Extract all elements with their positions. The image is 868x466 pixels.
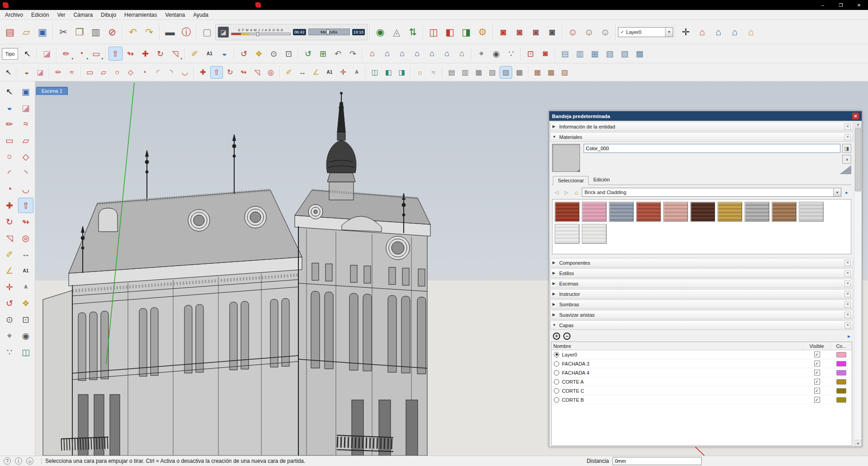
layer-active-radio[interactable] [554, 370, 559, 376]
zoom-window-tool-icon[interactable]: ⊡ [18, 312, 33, 327]
line-icon[interactable]: ✏ [52, 66, 65, 79]
materials-card-icon[interactable]: ▢ [199, 24, 215, 40]
material-swatch-shingle-gray[interactable] [745, 202, 769, 222]
component-attributes-icon[interactable]: ☺ [598, 24, 613, 40]
column-visible[interactable]: Visible [803, 342, 831, 350]
forward-icon[interactable]: ▷ [562, 188, 571, 196]
arc-icon[interactable]: ◜ [151, 66, 164, 79]
follow-me-icon[interactable]: ↬ [237, 66, 250, 79]
photo-textures-icon[interactable]: ⇅ [405, 24, 420, 40]
layer-color-swatch[interactable] [836, 370, 846, 376]
chevron-down-icon[interactable]: ▾ [833, 188, 841, 196]
shadow-toggle-icon[interactable]: ☼ [414, 66, 426, 79]
help-icon[interactable]: ? [4, 457, 11, 465]
cut-icon[interactable]: ✂ [56, 24, 71, 40]
arc-tool-icon[interactable]: ◜ [2, 165, 17, 181]
view-bottom-house-icon[interactable]: ⌂ [455, 47, 469, 61]
scroll-up-icon[interactable]: ▲ [854, 121, 862, 128]
axes-icon[interactable]: ✛ [337, 66, 349, 79]
shadow-time-slider[interactable]: Mediodía [308, 29, 350, 35]
section-close-icon[interactable]: ✕ [844, 281, 851, 287]
paste-icon[interactable]: ▥ [88, 24, 104, 40]
tipo-field[interactable]: Tipo [2, 48, 18, 60]
column-color[interactable]: Co... [831, 342, 852, 350]
export-image-icon[interactable]: ◧ [442, 24, 458, 40]
maximize-button[interactable]: ❐ [832, 0, 850, 10]
back-icon[interactable]: ◁ [552, 188, 561, 196]
scale-tool-icon[interactable]: ◹ [2, 230, 17, 246]
add-layer-button[interactable]: + [553, 333, 560, 340]
layer-active-radio[interactable] [554, 361, 559, 366]
layer-visible-checkbox[interactable]: ✓ [814, 379, 820, 385]
section-header-componentes[interactable]: ▶ Componentes ✕ [550, 258, 853, 267]
distance-input[interactable] [613, 457, 702, 465]
scene-tab[interactable]: Escena 1 [36, 87, 68, 95]
offset-tool-icon[interactable]: ◎ [18, 230, 33, 246]
shadow-date-slider[interactable]: E F M A M J J A S O N D [231, 29, 291, 35]
zoom-tool-icon[interactable]: ⊙ [2, 312, 17, 327]
send-to-layout-icon[interactable]: ◫ [426, 24, 441, 40]
paint-bucket-tool-icon[interactable]: ◒ [2, 100, 17, 115]
polygon-icon[interactable]: ◇ [124, 66, 137, 79]
move-tool-icon[interactable]: ✚ [2, 198, 17, 213]
material-swatch-brick-rough-red[interactable] [555, 202, 580, 222]
dimension-tool-icon[interactable]: ↔ [18, 247, 33, 262]
secondary-pane-toggle-icon[interactable]: ◨ [842, 144, 851, 153]
save-icon[interactable]: ▣ [35, 24, 50, 40]
date-slider-thumb[interactable] [256, 32, 259, 36]
dimensions-icon[interactable]: ↔ [296, 66, 309, 79]
sample-paint-icon[interactable]: ◑ [842, 155, 851, 164]
two-point-arc-icon[interactable]: ◝ [165, 66, 178, 79]
section-close-icon[interactable]: ✕ [844, 291, 851, 297]
protractor-icon[interactable]: ∠ [310, 66, 322, 79]
undo-icon[interactable]: ↶ [125, 24, 141, 40]
position-camera-icon[interactable]: ⌖ [474, 47, 488, 61]
layer-row[interactable]: CORTE A✓ [552, 377, 852, 386]
tape-icon[interactable]: ✐ [283, 66, 295, 79]
layer-row[interactable]: CORTE C✓ [552, 386, 852, 395]
freehand-icon[interactable]: ≈ [66, 66, 78, 79]
view-top-house-icon[interactable]: ⌂ [380, 47, 394, 61]
push-pull-tool-icon[interactable]: ⇧ [108, 47, 123, 61]
zoom-selection-icon[interactable]: ⊡ [524, 47, 538, 61]
material-swatch-plaster-light[interactable] [582, 224, 607, 244]
zoom-previous-icon[interactable]: ↶ [331, 47, 345, 61]
make-component-icon[interactable]: ▣ [18, 84, 33, 99]
pan-tool-icon[interactable]: ❖ [252, 47, 266, 61]
layer-color-swatch[interactable] [836, 352, 846, 357]
three-d-text-tool-icon[interactable]: A [18, 279, 33, 295]
material-swatch-paver-pink[interactable] [663, 202, 688, 222]
style-textured-icon[interactable]: ▧ [603, 47, 617, 61]
material-swatch-cladding-white[interactable] [555, 224, 580, 244]
copy-icon[interactable]: ❐ [72, 24, 87, 40]
section-header-informacion[interactable]: ▶ Información de la entidad ✕ [550, 122, 853, 131]
style-shaded-icon[interactable]: ▦ [588, 47, 602, 61]
layer-row[interactable]: CORTE B✓ [552, 395, 852, 404]
menu-dibujo[interactable]: Dibujo [97, 10, 120, 19]
material-preview[interactable]: ◢ [552, 144, 580, 172]
protractor-tool-icon[interactable]: ∠ [2, 263, 17, 278]
view-iso-house-icon[interactable]: ⌂ [365, 47, 379, 61]
layer-visible-checkbox[interactable]: ✓ [814, 388, 820, 394]
follow-me-tool-icon[interactable]: ↬ [123, 47, 137, 61]
offset-icon[interactable]: ◎ [264, 66, 277, 79]
section-header-sombras[interactable]: ▶ Sombras ✕ [550, 300, 853, 309]
rotated-rectangle-icon[interactable]: ▱ [97, 66, 110, 79]
walk-tool-icon[interactable]: ∵ [2, 344, 17, 360]
view-right-house-icon[interactable]: ⌂ [440, 47, 454, 61]
three-point-arc-tool-icon[interactable]: ◡ [18, 181, 33, 197]
face-style-xray-icon[interactable]: ▩ [513, 66, 526, 79]
shadow-toggle-icon[interactable]: ◪ [218, 27, 229, 38]
tab-seleccionar[interactable]: Seleccionar [553, 176, 589, 185]
iso-view-icon[interactable]: ⌂ [694, 24, 710, 40]
material-swatch-brick-dark[interactable] [690, 202, 715, 222]
scale-tool-icon[interactable]: ◹▾ [168, 47, 182, 61]
paint-bucket-icon[interactable]: ◒ [217, 47, 231, 61]
material-swatch-tile-pink[interactable] [582, 202, 607, 222]
rotate-icon[interactable]: ↻ [224, 66, 236, 79]
tab-edicion[interactable]: Edición [589, 176, 614, 185]
zoom-extents-icon[interactable]: ⊞ [316, 47, 330, 61]
interact-icon[interactable]: ☺ [565, 24, 580, 40]
component-options-icon[interactable]: ☺ [581, 24, 597, 40]
menu-herramientas[interactable]: Herramientas [120, 10, 161, 19]
